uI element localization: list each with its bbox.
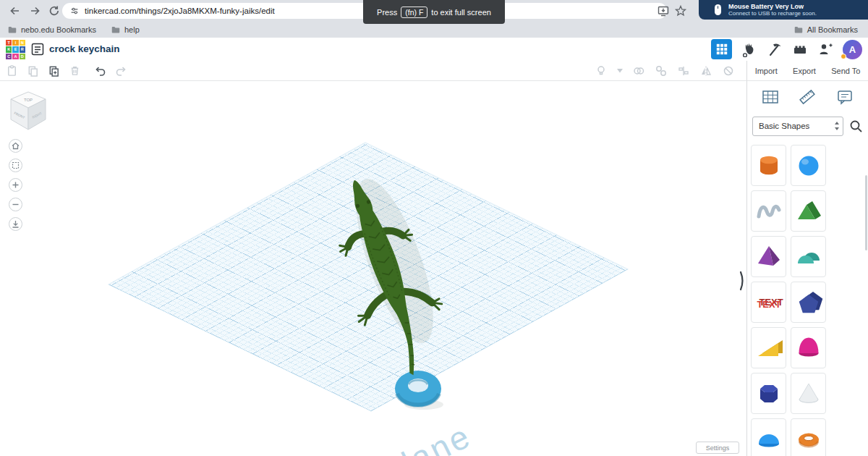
settings-button[interactable]: Settings bbox=[696, 442, 739, 454]
shape-round-roof[interactable] bbox=[791, 236, 826, 277]
install-app-icon[interactable] bbox=[657, 4, 670, 17]
shape-sphere[interactable] bbox=[791, 145, 826, 186]
chevron-right-icon bbox=[739, 270, 746, 292]
shape-pyramid[interactable] bbox=[751, 236, 786, 277]
folder-icon bbox=[793, 25, 804, 35]
zoom-in-button[interactable] bbox=[9, 178, 22, 192]
view-cube[interactable]: TOP FRONT RIGHT bbox=[7, 90, 49, 133]
redo-button[interactable] bbox=[114, 64, 127, 77]
hexagonal-prism-icon bbox=[753, 378, 785, 410]
notes-helper-icon[interactable] bbox=[835, 88, 854, 106]
align-button[interactable] bbox=[677, 64, 690, 77]
blocks-pickaxe-icon[interactable] bbox=[767, 41, 783, 57]
copy-button[interactable] bbox=[27, 64, 39, 77]
shape-torus[interactable] bbox=[791, 418, 826, 456]
align-icon bbox=[677, 64, 690, 77]
group-button[interactable] bbox=[632, 64, 645, 77]
search-icon[interactable] bbox=[849, 119, 863, 133]
avatar-letter: A bbox=[849, 44, 856, 55]
simlab-hand-icon[interactable] bbox=[741, 41, 757, 57]
show-all-dropdown[interactable] bbox=[617, 69, 623, 73]
notification-title: Mouse Battery Very Low bbox=[728, 3, 817, 10]
zoom-out-button[interactable] bbox=[9, 198, 22, 211]
all-bookmarks[interactable]: All Bookmarks bbox=[793, 25, 868, 35]
bookmark-star-icon[interactable] bbox=[674, 4, 687, 17]
fit-view-button[interactable] bbox=[9, 159, 22, 172]
fullscreen-toast: Press (fn) F to exit full screen bbox=[363, 0, 505, 24]
paste-button[interactable] bbox=[6, 64, 18, 77]
redo-icon bbox=[114, 64, 127, 77]
category-select[interactable]: Basic Shapes bbox=[752, 117, 843, 136]
shape-roof[interactable] bbox=[791, 190, 826, 232]
design-title[interactable]: crock keychain bbox=[49, 43, 120, 54]
viewcube-top-label: TOP bbox=[24, 98, 33, 102]
shape-text[interactable]: TEXT TEXT bbox=[751, 282, 786, 323]
mode-3d-button[interactable] bbox=[711, 39, 732, 59]
shape-hexagonal-prism[interactable] bbox=[751, 373, 786, 414]
forward-icon[interactable] bbox=[28, 4, 41, 17]
select-stepper-icon bbox=[834, 121, 840, 131]
shapes-panel: Basic Shapes bbox=[746, 81, 868, 456]
keyring-model[interactable] bbox=[395, 371, 441, 407]
shape-grid: TEXT TEXT bbox=[747, 139, 868, 456]
send-to-button[interactable]: Send To bbox=[831, 67, 860, 75]
perspective-toggle-button[interactable] bbox=[9, 217, 22, 231]
shape-polygon[interactable] bbox=[791, 282, 826, 323]
import-button[interactable]: Import bbox=[755, 67, 778, 75]
roof-icon bbox=[793, 195, 825, 227]
bookmarks-bar: nebo.edu Bookmarks help All Bookmarks bbox=[0, 22, 868, 38]
edit-toolbar bbox=[0, 61, 746, 81]
wedge-icon bbox=[753, 332, 785, 364]
shape-cone[interactable] bbox=[791, 373, 826, 414]
reload-icon[interactable] bbox=[48, 4, 61, 17]
ungroup-button[interactable] bbox=[655, 64, 668, 77]
shape-scribble[interactable] bbox=[751, 190, 786, 232]
delete-button[interactable] bbox=[69, 64, 81, 77]
settings-label: Settings bbox=[706, 444, 730, 452]
block-selection-button[interactable] bbox=[722, 64, 735, 77]
back-icon[interactable] bbox=[9, 4, 22, 17]
bookmark-item-nebo[interactable]: nebo.edu Bookmarks bbox=[7, 25, 96, 35]
avatar[interactable]: A bbox=[843, 40, 862, 59]
arrow-down-to-line-icon bbox=[11, 219, 20, 229]
shape-wedge[interactable] bbox=[751, 327, 786, 368]
panel-actions-row: Import Export Send To bbox=[746, 61, 868, 81]
mouse-battery-notification[interactable]: Mouse Battery Very Low Connect to USB to… bbox=[699, 0, 868, 20]
panel-collapse-handle[interactable] bbox=[737, 268, 746, 294]
fit-selection-icon bbox=[11, 161, 20, 170]
show-all-button[interactable] bbox=[595, 64, 608, 77]
panel-scrollbar[interactable] bbox=[865, 175, 867, 250]
crocodile-model[interactable] bbox=[313, 166, 461, 387]
workplane-helper-icon[interactable] bbox=[761, 88, 780, 106]
fullscreen-key-chip: (fn) F bbox=[401, 7, 427, 18]
cone-icon bbox=[793, 378, 825, 410]
trash-icon bbox=[69, 64, 81, 77]
bricks-lego-icon[interactable] bbox=[792, 41, 808, 57]
undo-button[interactable] bbox=[94, 64, 107, 77]
duplicate-button[interactable] bbox=[48, 64, 60, 77]
shape-half-sphere[interactable] bbox=[751, 418, 786, 456]
viewport-3d[interactable]: Workplane bbox=[0, 81, 746, 456]
sphere-icon bbox=[793, 150, 825, 182]
app-header: T I N K E R C A D crock keychain bbox=[0, 38, 868, 61]
folder-icon bbox=[7, 25, 17, 35]
export-button[interactable]: Export bbox=[793, 67, 816, 75]
blocked-circle-icon bbox=[722, 64, 735, 77]
ruler-helper-icon[interactable] bbox=[798, 88, 817, 106]
site-info-icon[interactable] bbox=[69, 6, 80, 16]
home-view-button[interactable] bbox=[9, 139, 22, 153]
shape-filter-row: Basic Shapes bbox=[747, 113, 868, 139]
bookmark-item-help[interactable]: help bbox=[111, 25, 140, 35]
design-menu-icon[interactable] bbox=[30, 42, 45, 56]
category-selected: Basic Shapes bbox=[753, 122, 834, 130]
collaborate-person-add-icon[interactable] bbox=[817, 41, 833, 57]
avatar-badge bbox=[841, 54, 846, 59]
flip-button[interactable] bbox=[699, 64, 712, 77]
cylinder-icon bbox=[753, 150, 785, 182]
shape-cylinder[interactable] bbox=[751, 145, 786, 186]
notification-body: Connect to USB to recharge soon. bbox=[728, 10, 817, 17]
mouse-icon bbox=[715, 4, 721, 15]
view-controls bbox=[9, 139, 22, 231]
shape-paraboloid[interactable] bbox=[791, 327, 826, 368]
tinkercad-logo[interactable]: T I N K E R C A D bbox=[6, 40, 25, 59]
